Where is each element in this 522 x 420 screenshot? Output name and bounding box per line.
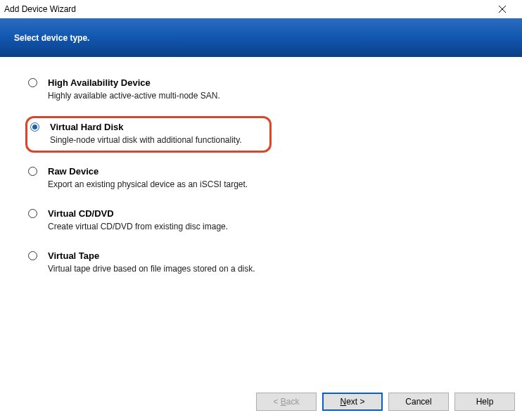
option-desc: Highly available active-active multi-nod… (48, 89, 502, 102)
option-raw-device[interactable]: Raw Device Export an existing physical d… (25, 163, 505, 195)
option-title: Raw Device (48, 165, 502, 178)
option-virtual-tape[interactable]: Virtual Tape Virtual tape drive based on… (25, 247, 505, 279)
close-button[interactable] (488, 1, 516, 17)
back-label: < Back (273, 397, 299, 407)
radio-icon (28, 209, 37, 218)
titlebar: Add Device Wizard (0, 0, 522, 18)
radio-icon (28, 167, 37, 176)
help-button[interactable]: Help (454, 393, 515, 411)
cancel-button[interactable]: Cancel (388, 393, 449, 411)
option-title: Virtual CD/DVD (48, 208, 502, 220)
radio-icon (30, 122, 39, 132)
radio-icon (28, 78, 37, 87)
close-icon (499, 4, 506, 15)
help-label: Help (476, 397, 494, 407)
option-title: Virtual Tape (48, 250, 502, 262)
back-button: < Back (256, 393, 317, 411)
window-title: Add Device Wizard (4, 4, 76, 14)
option-desc: Single-node virtual disk with additional… (50, 134, 267, 146)
next-button[interactable]: Next > (322, 393, 383, 411)
button-bar: < Back Next > Cancel Help (0, 383, 522, 420)
next-label: Next > (340, 397, 364, 407)
content-area: High Availability Device Highly availabl… (0, 57, 522, 378)
option-high-availability[interactable]: High Availability Device Highly availabl… (25, 74, 505, 106)
option-desc: Export an existing physical device as an… (48, 178, 502, 191)
option-title: Virtual Hard Disk (50, 121, 267, 134)
option-desc: Virtual tape drive based on file images … (48, 262, 502, 275)
option-desc: Create virtual CD/DVD from existing disc… (48, 220, 502, 233)
option-title: High Availability Device (48, 77, 502, 89)
option-virtual-cd-dvd[interactable]: Virtual CD/DVD Create virtual CD/DVD fro… (25, 205, 505, 237)
cancel-label: Cancel (405, 397, 431, 407)
option-virtual-hard-disk[interactable]: Virtual Hard Disk Single-node virtual di… (25, 116, 272, 153)
wizard-step-title: Select device type. (14, 33, 89, 43)
wizard-header: Select device type. (0, 18, 522, 57)
radio-icon (28, 251, 37, 260)
